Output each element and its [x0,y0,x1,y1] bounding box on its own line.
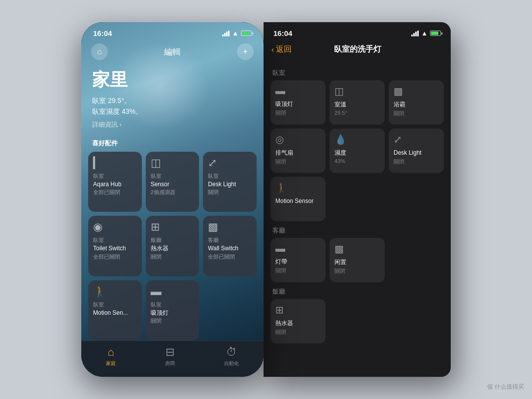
right-temp[interactable]: ◫ 室溫 29.5° [330,80,385,125]
dcr-name: 熱水器 [275,320,321,328]
home-subtitle-line1: 臥室 29.5°。 臥室濕度 43%。 [81,94,264,118]
device-room: 飯廳 [151,236,195,244]
dcr-name: 浴霸 [394,101,439,109]
device-status: 全部已關閉 [208,253,252,261]
right-nav: ‹ 返回 臥室的洗手灯 [264,40,451,60]
idle-icon: ▩ [334,243,380,255]
dcr-name: 排气扇 [275,149,321,157]
signal-icon [222,31,230,36]
device-status: 關閉 [208,189,252,196]
motion-icon-r: 🚶 [275,182,321,194]
watermark: 值 什么值得买 [487,383,524,391]
dcr-status: 29.5° [334,110,380,116]
section-label-living: 客廳 [270,223,444,238]
battery-icon [241,31,252,36]
right-exhaust-fan[interactable]: ◎ 排气扇 關閉 [270,129,326,173]
device-name: 吸顶灯 [151,309,195,316]
nav-bar-left: ⌂ 編輯 + [81,40,264,63]
dcr-name: 吸顶灯 [275,100,321,108]
device-motion-sensor[interactable]: 🚶 臥室 Motion Sen... [88,280,142,340]
device-desk-light[interactable]: ⤢ 臥室 Desk Light 關閉 [203,152,257,212]
tab-automation[interactable]: ⏱ 自動化 [224,346,239,367]
device-name: Toilet Switch [93,245,137,252]
dcr-name: 灯帶 [275,258,321,266]
home-title: 家里 [81,63,264,94]
edit-button[interactable]: 編輯 [164,46,181,58]
dining-grid: ⊞ 熱水器 關閉 [270,299,444,343]
rooms-tab-icon: ⊟ [166,346,174,359]
wifi-icon-right: ▲ [421,30,428,37]
tab-bar: ⌂ 家庭 ⊟ 房間 ⏱ 自動化 [81,340,264,377]
dcr-status: 關閉 [394,110,439,117]
fan-icon: ◉ [93,221,137,233]
sensor-icon: ◫ [151,157,195,169]
section-label-dining: 飯廳 [270,284,444,299]
device-room: 臥室 [151,301,195,308]
device-name: Desk Light [208,181,252,188]
fan-icon-r: ◎ [275,133,321,145]
left-phone: 16:04 ▲ ⌂ 編輯 + 家里 臥室 29.5°。 臥室濕度 43% [81,22,264,377]
tab-home[interactable]: ⌂ 家庭 [106,346,116,367]
right-bath-heater[interactable]: ▩ 浴霸 關閉 [389,80,444,125]
tab-rooms[interactable]: ⊟ 房間 [165,346,175,367]
device-room: 臥室 [93,172,137,180]
battery-icon-right [430,31,441,36]
device-sensor[interactable]: ◫ 臥室 Sensor 2個感測器 [146,152,200,212]
tab-automation-label: 自動化 [224,360,239,367]
status-icons-left: ▲ [222,30,252,37]
detail-link[interactable]: 詳細資訊 › [81,118,264,133]
dcr-name: Motion Sensor [275,198,321,205]
tab-rooms-label: 房間 [165,360,175,367]
water-heater-icon-r: ⊞ [275,304,321,316]
page-title: 臥室的洗手灯 [334,44,381,55]
device-wall-switch[interactable]: ▩ 客廳 Wall Switch 全部已關閉 [203,216,257,276]
right-motion-sensor[interactable]: 🚶 Motion Sensor [270,177,326,221]
living-grid: ▬ 灯帶 關閉 ▩ 闲置 關閉 [270,238,444,282]
temp-icon: ◫ [334,85,380,97]
hub-icon: ▎ [93,157,137,169]
dcr-status: 關閉 [334,267,380,275]
dcr-name: 室溫 [334,101,380,109]
back-button[interactable]: ‹ 返回 [271,44,292,55]
time-right: 16:04 [273,29,292,37]
device-name: 熱水器 [151,245,195,252]
motion-icon: 🚶 [93,285,137,298]
device-room: 臥室 [93,236,137,244]
device-aqara-hub[interactable]: ▎ 臥室 Aqara Hub 全部已關閉 [88,152,142,212]
wifi-icon: ▲ [232,30,238,37]
device-name: Aqara Hub [93,181,137,188]
device-status: 全部已關閉 [93,189,137,196]
device-room: 客廳 [208,236,252,244]
home-icon-btn[interactable]: ⌂ [91,43,108,60]
device-status: 2個感測器 [151,189,195,196]
status-bar-right: 16:04 ▲ [264,22,451,40]
dcr-name: 濕度 [334,149,380,157]
device-water-heater[interactable]: ⊞ 飯廳 熱水器 關閉 [146,216,200,276]
desk-light-icon-r: ⤢ [394,133,439,145]
signal-icon-right [411,31,419,36]
bath-heater-icon: ▩ [394,85,439,97]
status-bar-left: 16:04 ▲ [81,22,264,40]
back-label: 返回 [276,44,292,55]
right-idle[interactable]: ▩ 闲置 關閉 [330,238,385,282]
device-room: 臥室 [93,301,137,308]
right-desk-light[interactable]: ⤢ Desk Light 關閉 [389,129,444,173]
dcr-name: 闲置 [334,259,380,266]
device-toilet-switch[interactable]: ◉ 臥室 Toilet Switch 全部已關閉 [88,216,142,276]
right-led-strip[interactable]: ▬ 灯帶 關閉 [270,238,326,282]
automation-tab-icon: ⏱ [226,346,237,359]
add-button[interactable]: + [237,43,254,60]
humidity-icon: 💧 [334,133,380,145]
time-left: 16:04 [93,29,112,37]
dcr-status: 43% [334,158,380,164]
bedroom-grid: ▬ 吸顶灯 關閉 ◫ 室溫 29.5° ▩ 浴霸 關閉 ◎ 排气扇 關閉 [270,80,444,221]
device-room: 臥室 [208,172,252,180]
device-name: Wall Switch [208,245,252,252]
right-water-heater[interactable]: ⊞ 熱水器 關閉 [270,299,326,343]
right-ceiling-light[interactable]: ▬ 吸顶灯 關閉 [270,80,326,125]
right-humidity[interactable]: 💧 濕度 43% [330,129,385,173]
device-ceiling-light[interactable]: ▬ 臥室 吸顶灯 關閉 [146,280,200,340]
ceiling-light-icon-r: ▬ [275,85,321,97]
device-name: Sensor [151,181,195,188]
led-strip-icon: ▬ [275,243,321,254]
